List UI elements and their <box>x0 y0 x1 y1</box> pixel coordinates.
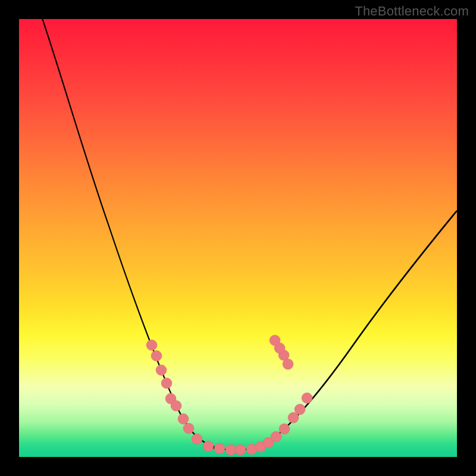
pink-dot <box>178 414 189 424</box>
pink-dot <box>171 400 181 411</box>
pink-dot <box>146 340 157 350</box>
pink-dot <box>270 335 280 346</box>
pink-dot <box>226 444 236 455</box>
pink-dot <box>295 404 305 415</box>
pink-dot <box>214 443 225 454</box>
watermark-text: TheBottleneck.com <box>355 4 469 19</box>
pink-dot <box>279 424 290 434</box>
pink-dot <box>192 434 202 444</box>
curves-layer <box>19 19 457 457</box>
left-curve <box>40 19 221 449</box>
plot-area <box>19 19 457 457</box>
pink-dot <box>283 359 293 369</box>
pink-dot <box>203 441 214 452</box>
pink-dot <box>161 378 172 389</box>
chart-frame: TheBottleneck.com <box>0 0 476 476</box>
pink-dot <box>156 365 167 375</box>
pink-dots-group <box>146 335 312 455</box>
pink-dot <box>183 423 194 434</box>
right-curve <box>257 211 457 449</box>
pink-dot <box>151 350 162 361</box>
pink-dot <box>302 393 312 403</box>
pink-dot <box>271 431 281 442</box>
pink-dot <box>235 444 246 455</box>
